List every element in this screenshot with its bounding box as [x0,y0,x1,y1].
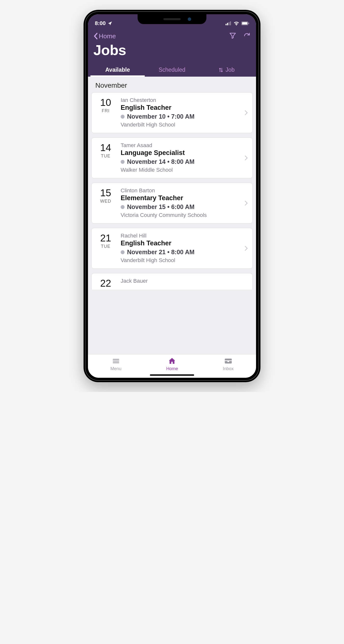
job-role: English Teacher [121,104,247,112]
chevron-right-icon [244,246,248,251]
tabs: Available Scheduled Job [88,63,256,77]
job-card[interactable]: 22 Jack Bauer [91,273,253,290]
back-label: Home [99,32,116,40]
menu-icon [112,357,120,365]
job-day-number: 21 [97,233,114,243]
refresh-icon [243,32,251,39]
svg-rect-3 [230,21,231,25]
job-location: Walker Middle School [121,167,247,173]
job-person: Rachel Hill [121,232,247,239]
svg-rect-5 [242,22,247,24]
tab-scheduled-label: Scheduled [159,66,186,73]
screen: 8:00 Home [88,14,256,378]
wifi-icon [233,21,239,26]
tab-available-label: Available [105,66,130,73]
notch [138,14,206,24]
tab-available[interactable]: Available [90,63,145,77]
nav-inbox[interactable]: Inbox [223,357,234,371]
job-datetime: November 14 • 8:00 AM [127,158,195,165]
status-dot-icon [121,160,125,164]
job-day-number: 15 [97,188,114,198]
svg-rect-2 [228,22,229,25]
job-day-name: WED [97,199,114,204]
job-day-number: 22 [97,278,114,288]
job-card[interactable]: 15 WED Clinton Barton Elementary Teacher… [91,183,253,224]
job-card[interactable]: 14 TUE Tamer Asaad Language Specialist N… [91,138,253,178]
chevron-left-icon [93,33,98,40]
job-day-number: 14 [97,143,114,152]
page-title: Jobs [93,42,251,58]
month-header: November [88,77,256,92]
phone-frame: 8:00 Home [84,10,260,382]
chevron-right-icon [244,200,248,206]
job-card[interactable]: 21 TUE Rachel Hill English Teacher Novem… [91,228,253,269]
job-person: Ian Chesterton [121,97,247,104]
svg-rect-0 [226,24,227,25]
tab-job-label: Job [226,66,235,73]
job-day-name: FRI [97,108,114,114]
job-role: English Teacher [121,240,247,247]
filter-button[interactable] [229,32,236,40]
svg-rect-1 [227,23,228,25]
job-location: Victoria County Community Schools [121,212,247,218]
job-datetime: November 15 • 6:00 AM [127,203,195,210]
back-button[interactable]: Home [93,32,116,40]
battery-icon [241,21,249,25]
status-dot-icon [121,250,125,254]
job-role: Language Specialist [121,149,247,157]
nav-menu[interactable]: Menu [110,357,121,371]
tab-job[interactable]: Job [199,63,254,77]
sort-icon [218,67,224,73]
job-date: 21 TUE [97,232,114,249]
job-date: 22 [97,278,114,288]
job-date: 15 WED [97,188,114,204]
svg-rect-6 [248,22,249,24]
signal-icon [226,21,231,25]
inbox-icon [224,357,232,365]
filter-icon [229,32,236,39]
chevron-right-icon [244,110,248,116]
job-datetime: November 21 • 8:00 AM [127,248,195,256]
job-location: Vanderbilt High School [121,257,247,264]
location-arrow-icon [108,21,113,26]
job-person: Jack Bauer [121,278,247,284]
nav-menu-label: Menu [110,366,121,371]
job-date: 10 FRI [97,97,114,114]
job-day-name: TUE [97,244,114,249]
nav-home[interactable]: Home [166,357,178,371]
nav-home-label: Home [166,366,178,371]
content-area: November 10 FRI Ian Chesterton English T… [88,77,256,354]
job-date: 14 TUE [97,142,114,159]
job-day-number: 10 [97,98,114,107]
job-person: Tamer Asaad [121,142,247,148]
home-icon [168,357,176,365]
status-dot-icon [121,115,125,119]
tab-scheduled[interactable]: Scheduled [145,63,199,77]
job-role: Elementary Teacher [121,194,247,202]
job-card[interactable]: 10 FRI Ian Chesterton English Teacher No… [91,92,253,133]
refresh-button[interactable] [243,32,251,40]
home-indicator [150,374,194,376]
job-day-name: TUE [97,154,114,159]
job-person: Clinton Barton [121,188,247,194]
job-location: Vanderbilt High School [121,122,247,128]
status-time: 8:00 [95,20,106,26]
chevron-right-icon [244,155,248,161]
nav-inbox-label: Inbox [223,366,234,371]
job-datetime: November 10 • 7:00 AM [127,113,195,120]
status-dot-icon [121,205,125,209]
